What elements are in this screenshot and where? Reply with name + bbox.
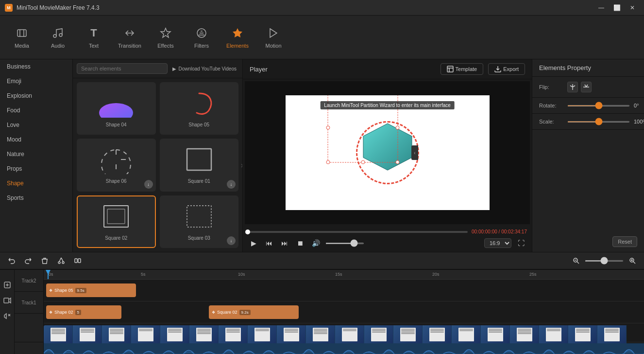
cut-button[interactable]	[54, 254, 68, 267]
audio-track-button[interactable]	[2, 311, 13, 321]
category-food[interactable]: Food	[0, 103, 72, 118]
transition-icon	[123, 26, 136, 40]
square02-clip[interactable]: ❖ Square 02 9.2s	[209, 305, 299, 319]
category-shape[interactable]: Shape	[0, 176, 72, 191]
square03-preview	[177, 199, 221, 233]
video-thumb-16	[510, 325, 539, 344]
zoom-slider[interactable]	[585, 260, 624, 262]
zoom-in-button[interactable]	[626, 254, 639, 267]
close-button[interactable]: ✕	[626, 3, 639, 13]
toolbar-effects[interactable]: Effects	[149, 20, 183, 54]
svg-marker-5	[233, 28, 242, 37]
elements-grid: Shape 04 Shape 05	[73, 78, 242, 252]
handle-mr[interactable]	[396, 125, 400, 129]
minimize-button[interactable]: —	[594, 3, 608, 13]
download-youtube-button[interactable]: ▶ Download YouTube Videos	[170, 63, 238, 74]
play-button[interactable]: ▶	[248, 237, 259, 249]
export-button[interactable]: Export	[488, 63, 525, 75]
handle-br[interactable]	[396, 160, 400, 164]
progress-thumb[interactable]	[245, 230, 250, 234]
volume-slider[interactable]	[325, 243, 364, 244]
toolbar-effects-label: Effects	[157, 43, 173, 49]
video-thumb-4	[160, 325, 189, 344]
props-toggle-button[interactable]: ‹	[411, 145, 418, 160]
audio-track-label	[15, 342, 43, 354]
category-sports[interactable]: Sports	[0, 191, 72, 205]
category-props[interactable]: Props	[0, 161, 72, 176]
element-square02[interactable]: Square 02	[77, 195, 156, 248]
elements-icon	[231, 26, 244, 40]
title-bar-right: — ⬜ ✕	[594, 3, 639, 13]
search-input[interactable]	[77, 63, 168, 74]
reset-button[interactable]: Reset	[612, 236, 637, 247]
category-love[interactable]: Love	[0, 118, 72, 132]
zoom-out-button[interactable]	[569, 254, 583, 267]
shape05-label: Shape 05	[188, 122, 209, 127]
category-business[interactable]: Business	[0, 59, 72, 74]
toolbar-text[interactable]: T Text	[77, 20, 111, 54]
toolbar-transition-label: Transition	[118, 43, 141, 49]
scale-value: 100%	[634, 119, 644, 124]
add-track-button[interactable]	[2, 280, 13, 290]
rotate-slider[interactable]	[567, 105, 630, 106]
category-explosion[interactable]: Explosion	[0, 88, 72, 103]
prev-frame-button[interactable]: ⏮	[263, 237, 275, 249]
split-button[interactable]	[71, 254, 85, 267]
element-shape04[interactable]: Shape 04	[77, 82, 156, 135]
redo-button[interactable]	[21, 254, 35, 267]
category-emoji[interactable]: Emoji	[0, 74, 72, 88]
delete-button[interactable]	[38, 254, 51, 267]
timeline: Track2 Track1 0s 5s 10s 15s 20s 25s	[0, 269, 644, 354]
element-square03[interactable]: Square 03 ↓	[160, 195, 239, 248]
flip-horizontal-button[interactable]	[567, 82, 578, 92]
flip-label: Flip:	[539, 84, 563, 90]
handle-ml[interactable]	[326, 125, 330, 129]
stop-button[interactable]: ⏹	[294, 237, 306, 249]
toolbar-filters[interactable]: Filters	[185, 20, 219, 54]
next-frame-button[interactable]: ⏭	[279, 237, 290, 249]
shape06-download-icon[interactable]: ↓	[144, 180, 153, 189]
svg-point-6	[99, 103, 133, 118]
toolbar-elements[interactable]: Elements	[220, 20, 254, 54]
progress-track[interactable]	[248, 231, 468, 233]
shape04-preview	[94, 86, 138, 120]
flip-vertical-button[interactable]	[581, 82, 592, 92]
ratio-select[interactable]: 16:9 9:16 1:1 4:3 21:9	[484, 238, 511, 248]
text-icon: T	[87, 26, 101, 40]
video-thumb-11	[364, 325, 393, 344]
svg-point-2	[59, 34, 62, 36]
video-thumb-19	[597, 325, 627, 344]
shape02-clip[interactable]: ❖ Shape 02 5	[46, 305, 121, 319]
square03-download-icon[interactable]: ↓	[227, 236, 236, 245]
element-shape06[interactable]: Shape 06 ↓	[77, 139, 156, 191]
center-panel: ▶ Download YouTube Videos Shape 04	[73, 59, 243, 252]
video-thumb-3	[131, 325, 160, 344]
template-button[interactable]: Template	[441, 63, 484, 75]
element-shape05[interactable]: Shape 05	[160, 82, 239, 135]
toolbar-media[interactable]: Media	[5, 20, 39, 54]
volume-button[interactable]: 🔊	[310, 237, 322, 249]
handle-bm[interactable]	[361, 160, 365, 164]
square01-label: Square 01	[188, 178, 210, 184]
toolbar-transition[interactable]: Transition	[113, 20, 147, 54]
audio-wave	[44, 343, 644, 354]
scale-slider[interactable]	[567, 121, 630, 123]
video-track-button[interactable]	[2, 295, 13, 306]
undo-button[interactable]	[5, 254, 18, 267]
square01-download-icon[interactable]: ↓	[227, 180, 236, 189]
video-thumb-8	[277, 325, 306, 344]
fullscreen-button[interactable]: ⛶	[515, 237, 527, 249]
element-square01[interactable]: Square 01 ↓	[160, 139, 239, 191]
toolbar-motion[interactable]: Motion	[256, 20, 290, 54]
handle-bl[interactable]	[326, 160, 330, 164]
toolbar-audio[interactable]: Audio	[41, 20, 75, 54]
shape05-clip[interactable]: ❖ Shape 05 9.5s	[46, 283, 136, 297]
svg-point-1	[53, 35, 56, 37]
controls-row: ▶ ⏮ ⏭ ⏹ 🔊 16:9 9:16 1:1 4:3 21:9 ⛶	[248, 237, 527, 249]
maximize-button[interactable]: ⬜	[610, 3, 624, 13]
category-mood[interactable]: Mood	[0, 132, 72, 147]
category-nature[interactable]: Nature	[0, 147, 72, 161]
track1-label: Track1	[15, 292, 43, 314]
video-thumb-18	[568, 325, 597, 344]
ruler-time-2: 10s	[238, 272, 245, 277]
